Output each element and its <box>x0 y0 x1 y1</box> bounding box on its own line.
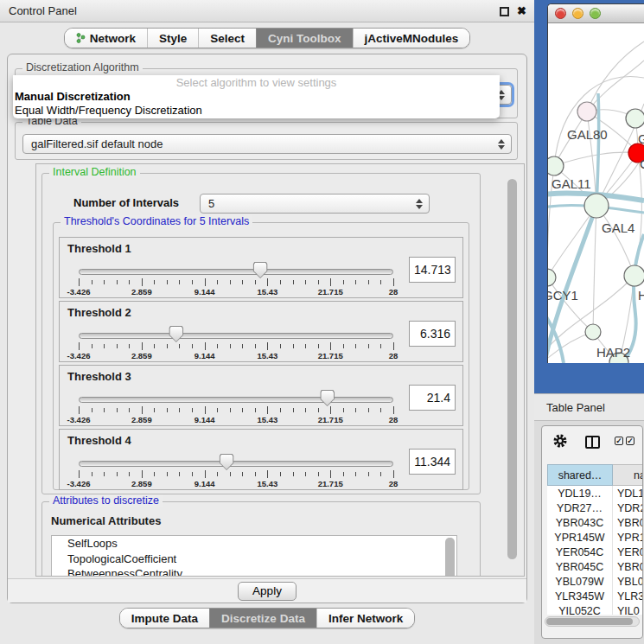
table-cell[interactable]: YLR345W <box>547 589 613 603</box>
network-canvas[interactable]: GAL80GACGAL11GAL4GCY1HHAP2 <box>548 24 644 363</box>
right-node[interactable] <box>624 265 644 286</box>
table-cell[interactable]: YER0 <box>613 545 643 559</box>
checkbox-icon[interactable]: ✓ <box>626 437 634 445</box>
attribute-list-item[interactable]: SelfLoops <box>52 536 456 552</box>
column-header-shared-name[interactable]: shared… <box>547 464 613 486</box>
tick-label: 2.859 <box>131 479 152 488</box>
table-row[interactable]: YER054CYER0 <box>547 545 643 559</box>
threshold-slider[interactable]: -3.4262.8599.14415.4321.71528 <box>75 260 397 298</box>
table-cell[interactable]: YBR045C <box>547 559 613 574</box>
network-window: GAL80GACGAL11GAL4GCY1HHAP2 <box>547 3 644 363</box>
tab-infer-network[interactable]: Infer Network <box>316 609 414 628</box>
tab-style[interactable]: Style <box>147 29 198 48</box>
tab-cyni-toolbox[interactable]: Cyni Toolbox <box>256 29 353 48</box>
number-of-intervals-combobox[interactable]: 5 <box>200 194 430 214</box>
threshold-value-field[interactable] <box>409 449 456 475</box>
checkbox-icon[interactable]: ✓ <box>615 437 623 445</box>
columns-icon[interactable] <box>585 436 600 449</box>
gal4-node[interactable] <box>584 194 609 218</box>
table-data-group: Table Data galFiltered.sif default node <box>15 122 518 160</box>
vertical-scrollbar-thumb[interactable] <box>507 179 517 559</box>
apply-button[interactable]: Apply <box>238 582 296 601</box>
table-cell[interactable]: YBR043C <box>547 515 613 530</box>
table-row[interactable]: YBL079WYBL0 <box>547 574 643 589</box>
tick-label: 21.715 <box>318 351 343 360</box>
horizontal-scrollbar[interactable] <box>545 616 640 627</box>
tick-label: 28 <box>389 351 399 360</box>
tick-label: 15.43 <box>258 351 278 360</box>
tab-jactivemnodules[interactable]: jActiveMNodules <box>353 29 470 48</box>
gcy1-node[interactable] <box>548 269 556 286</box>
column-header-name[interactable]: na <box>613 464 643 486</box>
float-window-icon[interactable] <box>500 7 509 16</box>
table-row[interactable]: YIL052CYIL0 <box>547 603 643 615</box>
slider-track[interactable] <box>79 461 393 467</box>
attribute-list-item[interactable]: TopologicalCoefficient <box>52 552 456 567</box>
slider-track[interactable] <box>79 333 393 339</box>
slider-tick-labels: -3.4262.8599.14415.4321.71528 <box>79 351 393 361</box>
slider-thumb[interactable] <box>320 390 335 406</box>
top-right-node[interactable] <box>626 109 644 128</box>
attributes-group-label: Attributes to discretize <box>49 494 163 507</box>
algorithm-option-equal-width[interactable]: Equal Width/Frequency Discretization <box>13 104 500 118</box>
table-row[interactable]: YBR045CYBR0 <box>547 559 643 574</box>
table-cell[interactable]: YER054C <box>547 545 613 559</box>
table-cell[interactable]: YDL1 <box>613 486 643 501</box>
slider-track[interactable] <box>79 269 393 275</box>
numerical-attributes-list[interactable]: SelfLoopsTopologicalCoefficientBetweenne… <box>51 535 457 577</box>
cyni-toolbox-panel: Discretization Algorithm Table Data galF… <box>7 54 527 603</box>
table-cell[interactable]: YDR2 <box>613 501 643 515</box>
tab-label: Network <box>90 32 136 45</box>
tab-network[interactable]: Network <box>65 29 147 48</box>
thresholds-group: Threshold's Coordinates for 5 Intervals … <box>53 222 469 490</box>
threshold-value-field[interactable] <box>409 321 456 347</box>
vertical-scrollbar[interactable] <box>506 165 520 575</box>
algorithm-option-manual[interactable]: Manual Discretization <box>13 90 500 104</box>
slider-thumb[interactable] <box>253 262 268 278</box>
window-minimize-button[interactable] <box>572 8 583 19</box>
window-zoom-button[interactable] <box>590 8 601 19</box>
threshold-slider[interactable]: -3.4262.8599.14415.4321.71528 <box>75 452 397 490</box>
table-cell[interactable]: YPR1 <box>613 530 643 545</box>
tab-discretize-data[interactable]: Discretize Data <box>209 609 316 628</box>
threshold-slider[interactable]: -3.4262.8599.14415.4321.71528 <box>75 324 397 362</box>
table-cell[interactable]: YBR0 <box>613 559 643 574</box>
table-cell[interactable]: YDR27… <box>547 501 613 515</box>
window-close-button[interactable] <box>555 8 566 19</box>
table-row[interactable]: YDR27…YDR2 <box>547 501 643 515</box>
table-cell[interactable]: YIL0 <box>613 603 643 615</box>
table-row[interactable]: YPR145WYPR1 <box>547 530 643 545</box>
table-row[interactable]: YDL19…YDL1 <box>547 486 643 501</box>
table-cell[interactable]: YIL052C <box>547 603 613 615</box>
table-cell[interactable]: YBL0 <box>613 574 643 589</box>
threshold-value-field[interactable] <box>409 257 456 283</box>
table-row[interactable]: YLR345WYLR3 <box>547 589 643 603</box>
table-cell[interactable]: YBL079W <box>547 574 613 589</box>
tick-label: 21.715 <box>318 479 343 488</box>
slider-thumb[interactable] <box>220 454 234 470</box>
algorithm-popup-hint: Select algorithm to view settings <box>13 75 500 90</box>
horizontal-scrollbar-thumb[interactable] <box>546 618 633 625</box>
threshold-slider[interactable]: -3.4262.8599.14415.4321.71528 <box>75 388 397 426</box>
gal80-node[interactable] <box>577 102 596 121</box>
attribute-list-item[interactable]: BetweennessCentrality <box>52 566 456 577</box>
table-data-combobox[interactable]: galFiltered.sif default node <box>22 134 512 154</box>
table-cell[interactable]: YPR145W <box>547 530 613 545</box>
tab-impute-data[interactable]: Impute Data <box>120 609 209 628</box>
slider-thumb[interactable] <box>169 326 183 342</box>
node-label-gal11: GAL11 <box>552 176 591 191</box>
slider-track[interactable] <box>79 397 393 403</box>
gal11-node[interactable] <box>548 156 564 175</box>
tab-select[interactable]: Select <box>198 29 256 48</box>
table-cell[interactable]: YBR0 <box>613 515 643 530</box>
table-cell[interactable]: YDL19… <box>547 486 613 501</box>
list-scrollbar-thumb[interactable] <box>445 538 455 577</box>
tick-label: 28 <box>389 287 399 296</box>
table-cell[interactable]: YLR3 <box>613 589 643 603</box>
tab-label: Impute Data <box>131 612 198 625</box>
close-icon[interactable]: ✖ <box>517 3 526 19</box>
threshold-value-field[interactable] <box>409 385 456 411</box>
gear-icon[interactable] <box>552 433 568 449</box>
table-row[interactable]: YBR043CYBR0 <box>547 515 643 530</box>
hap2-node[interactable] <box>585 324 601 340</box>
